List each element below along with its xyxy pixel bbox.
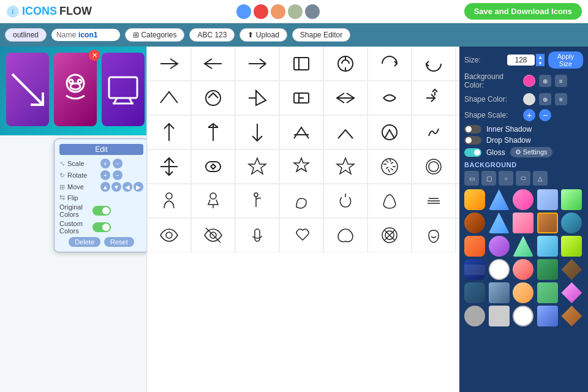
bg-shape-9[interactable]: [537, 213, 558, 233]
shape-square-icon[interactable]: ▭: [464, 171, 479, 186]
bg-shape-18[interactable]: [513, 259, 533, 280]
bg-shape-25[interactable]: [561, 282, 582, 303]
bg-shape-23[interactable]: [513, 282, 533, 303]
bg-shape-4[interactable]: [537, 189, 558, 210]
icon-cell[interactable]: [147, 184, 191, 218]
bg-shape-14[interactable]: [537, 236, 558, 257]
bg-color-list-icon[interactable]: ≡: [555, 75, 567, 87]
icon-cell[interactable]: [235, 47, 279, 81]
close-icon-2[interactable]: ✕: [89, 50, 100, 61]
bg-shape-24[interactable]: [537, 282, 558, 303]
original-colors-toggle[interactable]: [92, 206, 111, 216]
icon-cell[interactable]: [147, 149, 191, 184]
icon-cell[interactable]: [279, 184, 323, 218]
abc-tab[interactable]: ABC 123: [189, 28, 235, 42]
delete-button[interactable]: Delete: [69, 237, 100, 247]
icon-cell[interactable]: [323, 115, 368, 149]
icon-cell[interactable]: [323, 218, 368, 252]
icon-cell[interactable]: [279, 218, 323, 252]
icon-cell[interactable]: [368, 184, 412, 218]
shape-triangle-icon[interactable]: △: [533, 171, 548, 186]
bg-shape-2[interactable]: [489, 189, 510, 210]
bg-color-dot-1[interactable]: [523, 75, 535, 87]
outlined-tab[interactable]: outlined: [5, 28, 47, 42]
scale-plus-icon[interactable]: +: [523, 109, 535, 121]
icon-cell[interactable]: [368, 81, 412, 115]
bg-color-edit-icon[interactable]: ⊕: [539, 75, 551, 87]
swatch-5[interactable]: [305, 4, 320, 19]
scale-plus[interactable]: +: [100, 159, 110, 168]
icon-cell[interactable]: [323, 81, 368, 115]
reset-button[interactable]: Reset: [104, 237, 134, 247]
bg-shape-20[interactable]: [561, 259, 582, 280]
shape-editor-tab[interactable]: Shape Editor: [292, 28, 350, 42]
save-download-button[interactable]: Save and Download Icons: [464, 3, 582, 20]
icon-cell[interactable]: [191, 47, 235, 81]
icon-cell[interactable]: [368, 218, 412, 252]
shape-color-dot[interactable]: [523, 93, 535, 105]
bg-shape-28[interactable]: [513, 306, 533, 326]
preview-icon-1[interactable]: [6, 53, 49, 126]
icon-cell[interactable]: [235, 184, 279, 218]
swatch-1[interactable]: [236, 4, 251, 19]
drop-shadow-toggle[interactable]: [464, 136, 481, 145]
move-up[interactable]: ▲: [100, 182, 110, 192]
icon-cell[interactable]: [412, 47, 456, 81]
icon-cell[interactable]: [279, 81, 323, 115]
icon-cell[interactable]: [235, 81, 279, 115]
icon-cell[interactable]: [412, 149, 456, 184]
move-down[interactable]: ▼: [111, 182, 121, 192]
bg-shape-27[interactable]: [489, 306, 510, 326]
icon-cell[interactable]: [412, 184, 456, 218]
icon-cell[interactable]: [412, 115, 456, 149]
icon-cell[interactable]: [323, 184, 368, 218]
shape-wide-icon[interactable]: ⬭: [516, 171, 530, 186]
icon-cell[interactable]: [147, 218, 191, 252]
icon-cell[interactable]: [191, 115, 235, 149]
move-right[interactable]: ▶: [134, 182, 143, 192]
scale-minus[interactable]: −: [113, 159, 123, 168]
swatch-4[interactable]: [288, 4, 303, 19]
bg-shape-19[interactable]: [537, 259, 558, 280]
icon-cell[interactable]: [191, 218, 235, 252]
icon-cell[interactable]: [323, 47, 368, 81]
icon-cell[interactable]: [368, 47, 412, 81]
icon-cell[interactable]: [368, 149, 412, 184]
size-input[interactable]: [507, 55, 535, 66]
icon-cell[interactable]: [279, 47, 323, 81]
icon-cell[interactable]: [279, 115, 323, 149]
rotate-minus[interactable]: −: [113, 170, 123, 180]
bg-shape-3[interactable]: [513, 189, 533, 210]
size-down[interactable]: ▼: [536, 60, 545, 66]
bg-shape-1[interactable]: [464, 189, 485, 210]
icon-cell[interactable]: [147, 81, 191, 115]
bg-shape-30[interactable]: [561, 306, 582, 326]
bg-shape-15[interactable]: [561, 236, 582, 257]
bg-shape-12[interactable]: [489, 236, 510, 257]
bg-shape-22[interactable]: [489, 282, 510, 303]
bg-shape-13[interactable]: [513, 236, 533, 257]
icon-cell[interactable]: [412, 81, 456, 115]
icon-cell[interactable]: [412, 218, 456, 252]
preview-icon-3[interactable]: [102, 53, 145, 126]
upload-tab[interactable]: ⬆ Upload: [239, 28, 287, 42]
icon-cell[interactable]: [147, 47, 191, 81]
icon-cell[interactable]: [235, 218, 279, 252]
icon-cell[interactable]: [368, 115, 412, 149]
inner-shadow-toggle[interactable]: [464, 125, 481, 134]
gloss-toggle[interactable]: [464, 148, 481, 157]
settings-button[interactable]: ⚙ Settings: [510, 147, 552, 157]
shape-color-list-icon[interactable]: ≡: [555, 93, 567, 105]
custom-colors-toggle[interactable]: [92, 222, 111, 232]
bg-shape-16[interactable]: [464, 259, 485, 280]
icon-cell[interactable]: [191, 149, 235, 184]
icon-cell[interactable]: [191, 81, 235, 115]
icon-cell[interactable]: [235, 115, 279, 149]
shape-color-edit-icon[interactable]: ⊕: [539, 93, 551, 105]
bg-shape-10[interactable]: [561, 213, 582, 233]
icon-cell[interactable]: [191, 184, 235, 218]
bg-shape-17[interactable]: [489, 259, 510, 280]
scale-minus-icon[interactable]: −: [539, 109, 551, 121]
bg-shape-8[interactable]: [513, 213, 533, 233]
icon-cell[interactable]: [279, 149, 323, 184]
